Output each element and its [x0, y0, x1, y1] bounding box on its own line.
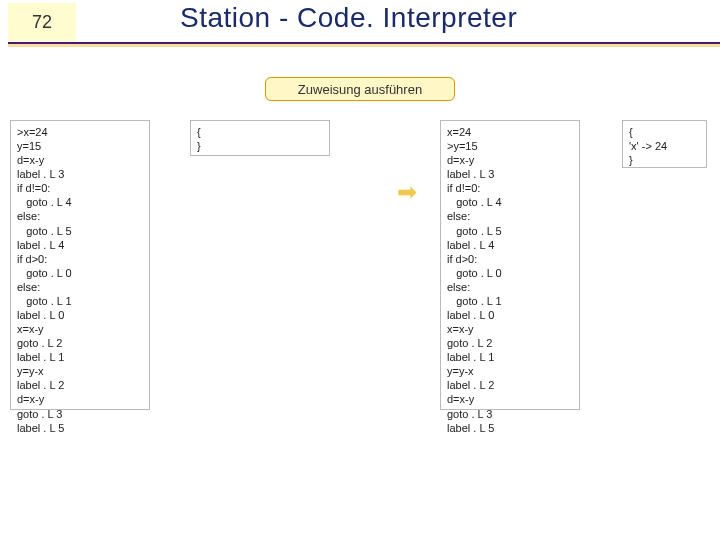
action-bubble: Zuweisung ausführen — [265, 77, 455, 101]
action-bubble-label: Zuweisung ausführen — [298, 82, 422, 97]
code-after: x=24 >y=15 d=x-y label . L 3 if d!=0: go… — [440, 120, 580, 410]
page-title: Station - Code. Interpreter — [180, 2, 517, 34]
rule-light — [8, 44, 720, 47]
arrow-right-icon: ➡ — [397, 178, 417, 206]
slide-number-badge: 72 — [8, 3, 76, 41]
env-before: { } — [190, 120, 330, 156]
header: 72 Station - Code. Interpreter — [0, 0, 720, 44]
code-before: >x=24 y=15 d=x-y label . L 3 if d!=0: go… — [10, 120, 150, 410]
env-after: { 'x' -> 24 } — [622, 120, 707, 168]
slide-number-text: 72 — [32, 12, 52, 33]
slide: 72 Station - Code. Interpreter Zuweisung… — [0, 0, 720, 540]
